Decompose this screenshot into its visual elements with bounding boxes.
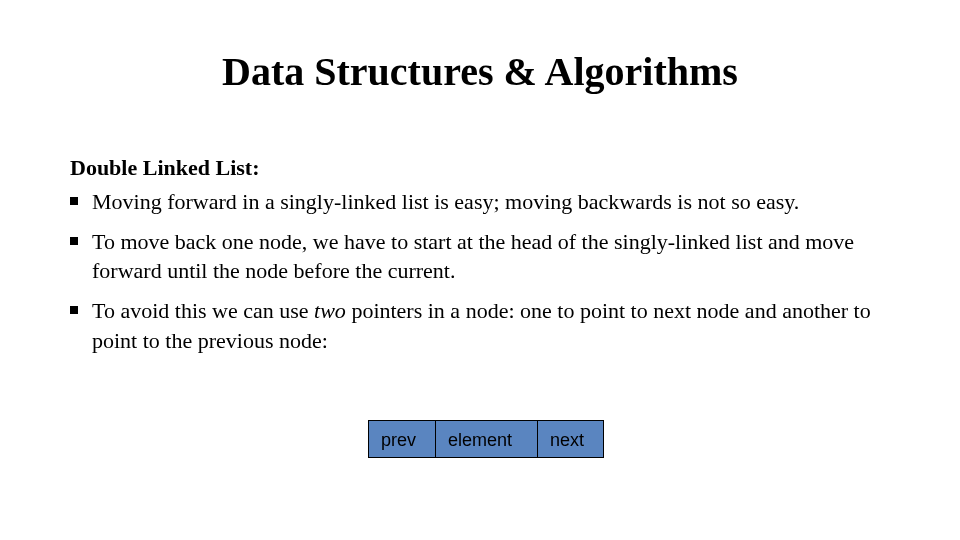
bullet-text: Moving forward in a singly-linked list i… [92,189,799,214]
node-diagram: prev element next [368,420,604,458]
section-heading: Double Linked List: [70,155,890,181]
bullet-text: To avoid this we can use [92,298,314,323]
slide-content: Double Linked List: Moving forward in a … [70,155,890,365]
bullet-text: To move back one node, we have to start … [92,229,854,284]
bullet-em: two [314,298,346,323]
node-cell-next: next [538,420,604,458]
node-cell-element: element [436,420,538,458]
node-cell-prev: prev [368,420,436,458]
bullet-item: To move back one node, we have to start … [70,227,890,286]
slide: Data Structures & Algorithms Double Link… [0,0,960,540]
bullet-item: To avoid this we can use two pointers in… [70,296,890,355]
bullet-item: Moving forward in a singly-linked list i… [70,187,890,217]
slide-title: Data Structures & Algorithms [0,48,960,95]
bullet-list: Moving forward in a singly-linked list i… [70,187,890,355]
